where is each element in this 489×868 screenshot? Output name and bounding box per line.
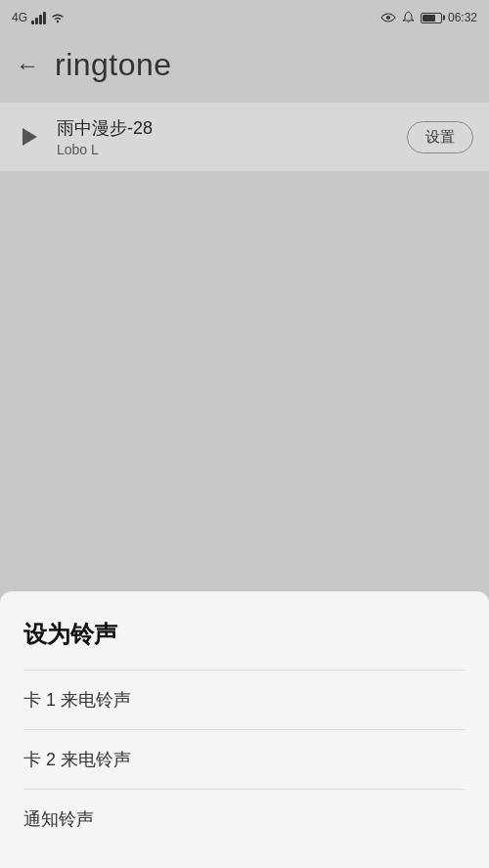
play-icon (22, 128, 37, 146)
back-button[interactable]: ← (16, 54, 39, 77)
network-type: 4G (12, 11, 27, 24)
page-header: ← ringtone (0, 35, 489, 103)
battery-icon (421, 13, 442, 23)
bell-icon (402, 11, 415, 24)
sheet-option-card1[interactable]: 卡 1 来电铃声 (23, 670, 466, 729)
sheet-title: 设为铃声 (23, 619, 466, 650)
time-display: 06:32 (448, 11, 477, 24)
song-info: 雨中漫步-28 Lobo L (57, 116, 393, 157)
eye-icon (380, 12, 396, 23)
song-item: 雨中漫步-28 Lobo L 设置 (0, 103, 489, 171)
sheet-option-card2[interactable]: 卡 2 来电铃声 (23, 729, 466, 789)
set-ringtone-button[interactable]: 设置 (407, 121, 473, 153)
main-area (0, 173, 489, 584)
status-left: 4G (12, 11, 66, 24)
song-title: 雨中漫步-28 (57, 116, 393, 140)
wifi-icon (50, 12, 66, 23)
svg-point-0 (57, 21, 59, 22)
svg-point-1 (386, 16, 390, 20)
play-button[interactable] (16, 123, 43, 151)
sheet-option-notification[interactable]: 通知铃声 (23, 789, 466, 848)
page-title: ringtone (55, 47, 172, 83)
signal-icon (31, 11, 46, 24)
status-right: 06:32 (380, 11, 477, 24)
bottom-sheet: 设为铃声 卡 1 来电铃声 卡 2 来电铃声 通知铃声 (0, 591, 489, 868)
status-bar: 4G 06:32 (0, 0, 489, 35)
song-artist: Lobo L (57, 142, 393, 157)
